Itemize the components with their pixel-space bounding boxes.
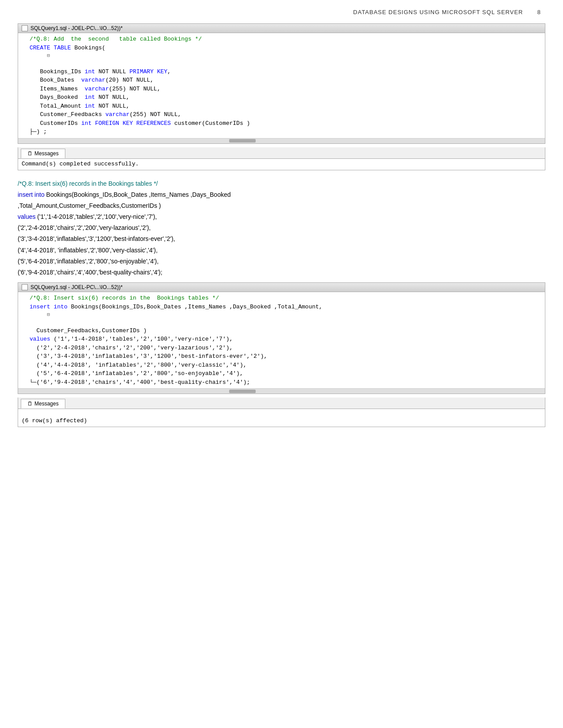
row2-text: ('2','2-4-2018','chairs','2','200','very… <box>18 224 151 231</box>
gutter <box>22 110 30 118</box>
sql-line: Items_Names varchar (255) NOT NULL, <box>22 85 541 94</box>
window2-content: /*Q.8: Insert six(6) records in the Book… <box>18 292 545 388</box>
sql-line: Customer_Feedbacks varchar (255) NOT NUL… <box>22 110 541 119</box>
messages-tab-2[interactable]: 🗒 Messages <box>21 399 65 409</box>
sql-text: (20) NOT NULL, <box>106 76 154 85</box>
sql-keyword: varchar <box>85 85 109 94</box>
insert-line-2: ,Total_Amount,Customer_Feedbacks,Custome… <box>18 200 545 211</box>
window2-title: SQLQuery1.sql - JOEL-PC\...\IO...52))* <box>30 284 123 290</box>
scrollbar-2[interactable] <box>18 388 545 394</box>
sql-text: (255) NOT NULL, <box>109 85 160 94</box>
sql-text: ├─) ; <box>30 128 47 136</box>
sql-text: ('1','1-4-2018','tables','2','100','very… <box>50 335 233 344</box>
messages-content-2: (6 row(s) affected) <box>18 409 545 427</box>
sql-line: ⊟ CREATE TABLE Bookings( <box>22 44 541 68</box>
values-row-6: ('6','9-4-2018','chairs','4','400','best… <box>18 267 545 278</box>
sql-keyword: int <box>85 93 95 102</box>
text-itemnames: Items_Names <box>151 191 190 198</box>
gutter <box>22 119 30 127</box>
sql-line: ('5','6-4-2018','inflatables','2','800',… <box>22 369 541 378</box>
window1-titlebar: SQLQuery1.sql - JOEL-PC\...\IO...52))* <box>18 24 545 33</box>
sql-line: Total_Amount int NOT NULL, <box>22 102 541 111</box>
sql-line: ('3','3-4-2018','inflatables','3','1200'… <box>22 352 541 361</box>
sql-text: ('3','3-4-2018','inflatables','3','1200'… <box>30 352 267 361</box>
insert-line-1: insert into Bookings(Bookings_IDs,Book_D… <box>18 189 545 200</box>
sql-text: CustomerIDs <box>30 119 81 128</box>
gutter: ⊟ <box>22 44 30 68</box>
row6-text: ('6','9-4-2018','chairs','4','400','best… <box>18 269 162 276</box>
sql-keyword: CREATE TABLE <box>30 44 71 53</box>
sql-window-1: SQLQuery1.sql - JOEL-PC\...\IO...52))* /… <box>18 23 545 144</box>
keyword-insert: insert into <box>18 191 45 198</box>
gutter <box>22 369 30 377</box>
row4-text: ('4','4-4-2018', 'inflatables','2','800'… <box>18 247 158 254</box>
messages-tab-1[interactable]: 🗒 Messages <box>21 149 65 158</box>
values-row-5: ('5','6-4-2018','inflatables','2','800',… <box>18 256 545 267</box>
messages-content-1: Command(s) completed successfully. <box>18 159 545 170</box>
page-header: DATABASE DESIGNS USING MICROSOFT SQL SER… <box>18 9 545 15</box>
sql-line: CustomerIDs int FOREIGN KEY REFERENCES c… <box>22 119 541 128</box>
sql-text: Bookings( <box>71 44 106 53</box>
values-row1: ('1','1-4-2018','tables','2','100','very… <box>35 213 157 220</box>
sql-comment: /*Q.8: Add the second table called Booki… <box>30 35 202 44</box>
header-title: DATABASE DESIGNS USING MICROSOFT SQL SER… <box>353 9 523 15</box>
gutter <box>22 85 30 93</box>
scrollbar-thumb <box>229 139 256 143</box>
sql-text: customer(CustomerIDs ) <box>171 119 250 128</box>
sql-text: Days_Booked <box>30 93 85 102</box>
sql-line: /*Q.8: Insert six(6) records in the Book… <box>22 294 541 303</box>
sql-line: Days_Booked int NOT NULL, <box>22 93 541 102</box>
messages-tabbar-1: 🗒 Messages <box>18 147 545 159</box>
values-row-3: ('3','3-4-2018','inflatables','3','1200'… <box>18 233 545 244</box>
messages-text-2: (6 row(s) affected) <box>22 417 87 424</box>
keyword-values: values <box>18 213 35 220</box>
sql-text: ('4','4-4-2018', 'inflatables','2','800'… <box>30 361 246 370</box>
scrollbar-1[interactable] <box>18 138 545 143</box>
sql-comment: /*Q.8: Insert six(6) records in the Book… <box>30 294 219 303</box>
sql-text: NOT NULL, <box>95 102 129 111</box>
sql-line: Bookings_IDs int NOT NULL PRIMARY KEY , <box>22 68 541 76</box>
sql-line: ('2','2-4-2018','chairs','2','200','very… <box>22 344 541 353</box>
sql-text: └─('6','9-4-2018','chairs','4','400','be… <box>30 378 250 387</box>
sql-line: values ('1','1-4-2018','tables','2','100… <box>22 335 541 344</box>
sql-text: Bookings(Bookings_IDs,Book_Dates ,Items_… <box>68 303 322 311</box>
sql-line: Book_Dates varchar (20) NOT NULL, <box>22 76 541 85</box>
sql-line: ├─) ; <box>22 128 541 136</box>
text-bookings: Bookings <box>45 191 72 198</box>
sql-text <box>91 119 95 128</box>
gutter <box>22 128 30 135</box>
gutter <box>22 378 30 386</box>
sql-keyword: int <box>85 68 95 76</box>
gutter <box>22 326 30 334</box>
gutter <box>22 344 30 352</box>
sql-keyword: FOREIGN KEY REFERENCES <box>95 119 171 128</box>
window1-title: SQLQuery1.sql - JOEL-PC\...\IO...52))* <box>30 25 123 31</box>
sql-text: ('2','2-4-2018','chairs','2','200','very… <box>30 344 233 353</box>
sql-keyword: int <box>81 119 91 128</box>
sql-text: ('5','6-4-2018','inflatables','2','800',… <box>30 369 243 378</box>
sql-line: /*Q.8: Add the second table called Booki… <box>22 35 541 44</box>
sql-text: , <box>167 68 171 76</box>
sql-keyword: values <box>30 335 50 344</box>
plain-text-section: /*Q.8: Insert six(6) records in the Book… <box>18 178 545 278</box>
sql-text: Items_Names <box>30 85 85 94</box>
sql-text: Customer_Feedbacks <box>30 110 106 119</box>
scrollbar-thumb-2 <box>229 390 256 393</box>
sql-text: NOT NULL, <box>95 93 129 102</box>
gutter: ⊟ <box>22 303 30 326</box>
gutter <box>22 102 30 110</box>
messages-icon-2: 🗒 <box>27 401 33 407</box>
gutter <box>22 76 30 84</box>
sql-text: Bookings_IDs <box>30 68 85 76</box>
sql-line: └─('6','9-4-2018','chairs','4','400','be… <box>22 378 541 387</box>
window2-titlebar: SQLQuery1.sql - JOEL-PC\...\IO...52))* <box>18 283 545 292</box>
text-custids: CustomerIDs ) <box>121 202 161 209</box>
gutter <box>22 352 30 360</box>
page-number: 8 <box>537 9 541 15</box>
sql-text: Book_Dates <box>30 76 81 85</box>
values-row-2: ('2','2-4-2018','chairs','2','200','very… <box>18 222 545 233</box>
sql-text: NOT NULL <box>95 68 129 76</box>
sql-text: (255) NOT NULL, <box>129 110 181 119</box>
comment-line: /*Q.8: Insert six(6) records in the Book… <box>18 178 545 189</box>
values-line: values ('1','1-4-2018','tables','2','100… <box>18 211 545 222</box>
